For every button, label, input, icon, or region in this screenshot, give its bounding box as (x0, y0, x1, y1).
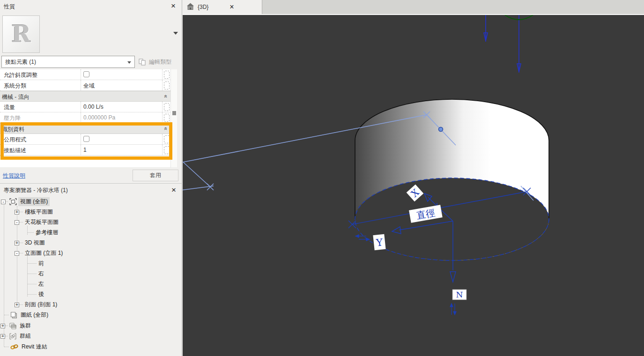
tree-connector (19, 253, 23, 253)
tree-item-label[interactable]: 視圖 (全部) (18, 197, 50, 206)
property-grid: 允許斜度調整 系統分類 全域 機械 - 流向 « 流量 0.00 L/s 壓力降… (0, 69, 170, 156)
revit-link-icon (10, 344, 18, 350)
tree-item-front[interactable]: 前 (27, 259, 46, 268)
property-label: 接點描述 (0, 145, 81, 155)
tree-item-label[interactable]: 左 (37, 280, 46, 289)
tree-item-label[interactable]: 樓板平面圖 (23, 208, 55, 216)
type-selector-caret-icon[interactable] (173, 32, 178, 35)
tree-item-sheets[interactable]: 圖紙 (全部) (4, 311, 50, 319)
expand-icon[interactable]: + (15, 241, 19, 245)
tree-item-label[interactable]: Revit 連結 (20, 342, 49, 351)
property-value[interactable] (81, 134, 163, 144)
property-section-header[interactable]: 機械 - 流向 « (0, 91, 170, 102)
tree-item-label[interactable]: 參考樓層 (34, 228, 60, 237)
tree-connector (27, 284, 37, 284)
revit-window: 性質 × R 接點元素 (1) 編輯類型 允許斜度調整 (0, 0, 644, 356)
expand-icon[interactable]: + (0, 334, 5, 339)
close-icon[interactable]: × (169, 1, 178, 11)
property-row[interactable]: 允許斜度調整 (0, 69, 170, 80)
checkbox[interactable] (83, 71, 89, 77)
collapse-icon[interactable]: - (15, 251, 19, 256)
views-icon (9, 198, 17, 205)
property-row[interactable]: 流量 0.00 L/s (0, 102, 170, 112)
tree-connector (19, 304, 23, 305)
tree-item-families[interactable]: + 族群 (0, 321, 33, 330)
associate-parameter-button[interactable] (164, 135, 170, 143)
y-axis-label[interactable]: Y (373, 234, 385, 250)
tree-item-right[interactable]: 右 (27, 269, 46, 278)
collapse-icon[interactable]: - (1, 200, 6, 204)
flip-arrows-icon[interactable] (450, 304, 456, 315)
families-icon (9, 323, 16, 329)
sheets-icon (10, 312, 17, 319)
property-row: 壓力降 0.000000 Pa (0, 112, 170, 123)
tree-item-ref-level[interactable]: 參考樓層 (27, 228, 60, 237)
3d-view-canvas[interactable]: X 直徑 Y N (183, 15, 644, 356)
property-label: 系統分類 (0, 80, 81, 90)
close-icon[interactable]: × (229, 3, 234, 11)
tree-connector (27, 263, 37, 264)
n-axis-label[interactable]: N (452, 289, 466, 300)
tree-item-views[interactable]: - 視圖 (全部) (1, 197, 50, 206)
down-arrow-icon (450, 272, 456, 282)
tree-item-floor-plans[interactable]: + 樓板平面圖 (15, 208, 55, 216)
tree-item-label[interactable]: 立面圖 (立面 1) (23, 249, 65, 258)
tree-item-label[interactable]: 群組 (18, 332, 33, 341)
tree-item-3d-views[interactable]: + 3D 視圖 (15, 238, 47, 247)
expand-icon[interactable]: + (15, 210, 19, 215)
collapse-section-icon[interactable]: « (161, 91, 170, 101)
tree-item-label[interactable]: 剖面 (剖面 1) (23, 300, 59, 309)
view-tab-3d[interactable]: {3D} × (183, 0, 262, 14)
scrollbar-thumb[interactable] (172, 111, 176, 115)
property-value[interactable]: 1 (81, 145, 163, 155)
properties-scrollbar[interactable] (170, 69, 177, 167)
edit-type-button[interactable]: 編輯類型 (137, 57, 171, 67)
edit-type-label: 編輯類型 (149, 58, 171, 66)
property-value[interactable]: 全域 (81, 80, 163, 90)
tree-item-label[interactable]: 族群 (18, 321, 33, 330)
tree-item-back[interactable]: 後 (27, 290, 46, 299)
tree-item-label[interactable]: 後 (37, 290, 46, 299)
property-row[interactable]: 接點描述 1 (0, 145, 170, 156)
tree-connector (6, 201, 8, 202)
property-value[interactable] (81, 69, 163, 80)
tree-item-elevations[interactable]: - 立面圖 (立面 1) (15, 249, 65, 258)
tree-item-label[interactable]: 天花板平面圖 (23, 218, 60, 227)
control-dot[interactable] (439, 127, 443, 132)
tree-connector (19, 222, 23, 222)
tree-item-groups[interactable]: + 群組 (0, 332, 33, 341)
property-section-header[interactable]: 識別資料 « (0, 123, 170, 134)
view-tab-strip: {3D} × (183, 0, 644, 14)
property-row[interactable]: 系統分類 全域 (0, 80, 170, 91)
3d-scene: X 直徑 Y N (183, 15, 644, 356)
property-row[interactable]: 公用程式 (0, 134, 170, 145)
apply-button[interactable]: 套用 (133, 170, 178, 181)
tree-item-label[interactable]: 前 (37, 259, 46, 268)
associate-parameter-button[interactable] (164, 82, 170, 89)
associate-parameter-button[interactable] (164, 114, 170, 122)
property-value[interactable]: 0.00 L/s (81, 102, 163, 112)
expand-icon[interactable]: + (0, 324, 5, 328)
tree-item-label[interactable]: 3D 視圖 (23, 238, 47, 247)
associate-parameter-button[interactable] (164, 71, 170, 79)
close-icon[interactable]: × (169, 185, 178, 195)
tree-item-left[interactable]: 左 (27, 280, 46, 289)
expand-icon[interactable]: + (15, 303, 19, 307)
properties-help-link[interactable]: 性質說明 (3, 172, 25, 180)
checkbox[interactable] (83, 136, 89, 142)
vertical-connector-lines[interactable] (484, 15, 521, 73)
collapse-icon[interactable]: - (15, 220, 19, 225)
tree-item-revit-links[interactable]: Revit 連結 (4, 342, 49, 351)
element-type-dropdown[interactable]: 接點元素 (1) (1, 56, 135, 68)
associate-parameter-button[interactable] (164, 146, 170, 154)
type-preview-image[interactable]: R (2, 15, 40, 53)
collapse-section-icon[interactable]: « (161, 124, 170, 134)
tree-item-sections[interactable]: + 剖面 (剖面 1) (15, 300, 59, 309)
tree-item-ceiling-plans[interactable]: - 天花板平面圖 (15, 218, 60, 227)
tree-item-label[interactable]: 圖紙 (全部) (19, 311, 50, 319)
tree-item-label[interactable]: 右 (37, 269, 46, 278)
left-dock-panel: 性質 × R 接點元素 (1) 編輯類型 允許斜度調整 (0, 0, 182, 356)
associate-parameter-button[interactable] (164, 103, 170, 111)
revit-logo: R (3, 16, 39, 52)
tree-connector (27, 294, 37, 295)
